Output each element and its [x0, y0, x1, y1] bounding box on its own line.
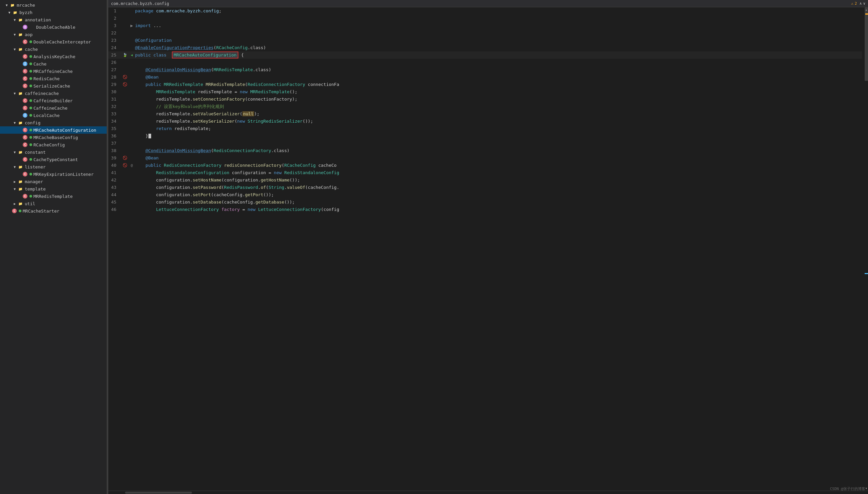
- sidebar-item-doublecacheinterceptor[interactable]: C DoubleCacheInterceptor: [0, 38, 107, 45]
- fold-3: ▶: [128, 22, 135, 30]
- arrow-config[interactable]: ▼: [12, 121, 17, 125]
- line-number-38: 38: [108, 147, 122, 154]
- code-text-34: redisTemplate.setKeySerializer(new Strin…: [135, 118, 862, 125]
- arrow-util[interactable]: ▶: [12, 202, 17, 206]
- badge-cache: [30, 62, 32, 65]
- sidebar-item-mrcacheautoconfig[interactable]: C MRCacheAutoConfiguration: [0, 126, 107, 134]
- folder-icon-manager: 📁: [17, 178, 23, 185]
- arrow-constant[interactable]: ▼: [12, 150, 17, 154]
- code-line-30: 30 MRRedisTemplate redisTemplate = new M…: [108, 88, 862, 96]
- sidebar-item-mrcachebaseconfig[interactable]: C MRCacheBaseConfig: [0, 134, 107, 141]
- sidebar-item-util-folder[interactable]: ▶ 📁 util: [0, 200, 107, 207]
- sidebar-item-caffeinecache-class[interactable]: C CaffeineCache: [0, 104, 107, 112]
- sidebar-item-annotation[interactable]: ▼ 📁 annotation: [0, 16, 107, 23]
- sidebar-item-doublecacheable[interactable]: @ DoubleCacheAble: [0, 23, 107, 31]
- line-number-2: 2: [108, 15, 122, 22]
- line-number-3: 3: [108, 22, 122, 30]
- arrow-cache[interactable]: ▼: [12, 48, 17, 51]
- code-text-42: configuration.setHostName(configuration.…: [135, 176, 862, 184]
- sidebar-item-rediscache[interactable]: C RedisCache: [0, 75, 107, 82]
- badge-akc: [30, 55, 32, 58]
- sidebar-item-template-folder[interactable]: ▼ 📁 template: [0, 185, 107, 192]
- project-sidebar[interactable]: ▼ 📁 mrcache ▼ 📁 byzzh ▼ 📁 annotation @ D…: [0, 0, 107, 494]
- class-icon-cfc: C: [23, 106, 27, 110]
- class-icon-sc: C: [23, 83, 27, 88]
- sidebar-item-manager-folder[interactable]: ▶ 📁 manager: [0, 178, 107, 185]
- sidebar-item-caffeinebuilder[interactable]: C CaffeineBuilder: [0, 97, 107, 104]
- label-config-folder: config: [25, 120, 40, 125]
- class-icon-mrac: C: [23, 128, 27, 132]
- sidebar-item-caffeinecache-folder[interactable]: ▼ 📁 caffeinecache: [0, 90, 107, 97]
- line-number-24: 24: [108, 44, 122, 52]
- label-doublecacheable: DoubleCacheAble: [36, 25, 75, 30]
- arrow-mrcache[interactable]: ▼: [4, 3, 10, 7]
- nav-down-icon[interactable]: ∨: [863, 1, 865, 6]
- line-number-45: 45: [108, 198, 122, 206]
- sidebar-item-constant-folder[interactable]: ▼ 📁 constant: [0, 148, 107, 156]
- code-text-3: import ...: [135, 22, 862, 30]
- line-number-34: 34: [108, 118, 122, 125]
- nav-up-icon[interactable]: ∧: [860, 1, 862, 6]
- editor-scrollbar[interactable]: ▲ ▼: [865, 7, 868, 491]
- arrow-byzzh[interactable]: ▼: [7, 11, 12, 14]
- sidebar-item-mrcachestarter[interactable]: C MRCacheStarter: [0, 207, 107, 214]
- sidebar-item-cachetypeconstant[interactable]: C CacheTypeConstant: [0, 156, 107, 163]
- sidebar-item-cache-folder[interactable]: ▼ 📁 cache: [0, 45, 107, 53]
- label-rcacheconfig: RCacheConfig: [34, 142, 65, 147]
- sidebar-item-mrkeyexpirationlistener[interactable]: C MRKeyExpirationListener: [0, 170, 107, 178]
- sidebar-item-mrredistemplate[interactable]: C MRRedisTemplate: [0, 192, 107, 200]
- line-number-26: 26: [108, 59, 122, 66]
- badge-rc: [30, 77, 32, 80]
- sidebar-item-aop[interactable]: ▼ 📁 aop: [0, 31, 107, 38]
- line-number-37: 37: [108, 140, 122, 147]
- horizontal-scrollbar[interactable]: [108, 491, 868, 494]
- label-constant-folder: constant: [25, 150, 46, 155]
- class-icon-rcc: C: [23, 142, 27, 147]
- code-line-33: 33 redisTemplate.setValueSerializer(null…: [108, 110, 862, 118]
- sidebar-item-serializecache[interactable]: C SerializeCache: [0, 82, 107, 90]
- h-scrollbar-thumb[interactable]: [125, 492, 192, 494]
- code-text-30: MRRedisTemplate redisTemplate = new MRRe…: [135, 88, 862, 96]
- folder-icon-annotation: 📁: [17, 17, 23, 23]
- folder-icon-template: 📁: [17, 186, 23, 192]
- class-icon-mrrt: C: [23, 194, 27, 198]
- code-text-39: @Bean: [135, 154, 862, 162]
- label-mrcachestarter: MRCacheStarter: [23, 209, 59, 213]
- arrow-annotation[interactable]: ▼: [12, 18, 17, 22]
- label-mrredistemplate: MRRedisTemplate: [34, 194, 73, 199]
- class-icon-akc: C: [23, 54, 27, 59]
- scrollbar-thumb[interactable]: [865, 7, 868, 81]
- line-number-1: 1: [108, 7, 122, 15]
- scroll-up-button[interactable]: ▲: [865, 7, 868, 12]
- badge-lc: [30, 114, 32, 117]
- arrow-manager[interactable]: ▶: [12, 180, 17, 184]
- code-text-29: public MRRedisTemplate MRRedisTemplate(R…: [135, 81, 862, 88]
- class-icon-cb: C: [23, 98, 27, 103]
- arrow-listener[interactable]: ▼: [12, 165, 17, 169]
- arrow-aop[interactable]: ▼: [12, 33, 17, 36]
- sidebar-item-analysiskeycache[interactable]: C AnalysisKeyCache: [0, 53, 107, 60]
- code-line-29: 29 🚫 public MRRedisTemplate MRRedisTempl…: [108, 81, 862, 88]
- sidebar-item-mrcache[interactable]: ▼ 📁 mrcache: [0, 1, 107, 9]
- label-localcache: LocalCache: [34, 113, 59, 118]
- sidebar-item-cache-interface[interactable]: I Cache: [0, 60, 107, 68]
- arrow-caffeinecache[interactable]: ▼: [12, 92, 17, 95]
- label-mrkeyexpirationlistener: MRKeyExpirationListener: [34, 172, 94, 177]
- label-cache-folder: cache: [25, 47, 38, 52]
- code-text-27: @ConditionalOnMissingBean(MRRedisTemplat…: [135, 66, 862, 74]
- code-line-26: 26: [108, 59, 862, 66]
- sidebar-item-rcacheconfig[interactable]: C RCacheConfig: [0, 141, 107, 148]
- arrow-template[interactable]: ▼: [12, 187, 17, 191]
- sidebar-item-listener-folder[interactable]: ▼ 📁 listener: [0, 163, 107, 170]
- interface-icon-cache: I: [23, 61, 27, 66]
- gutter-25a: 🍃: [122, 52, 128, 59]
- code-editor[interactable]: 1 package com.mrcache.byzzh.config; 2 3 …: [108, 7, 865, 491]
- line-number-35: 35: [108, 125, 122, 132]
- gutter-29: 🚫: [122, 81, 128, 88]
- sidebar-item-mrcaffeinecache[interactable]: C MRCaffeineCache: [0, 68, 107, 75]
- class-icon-mrcs: C: [12, 209, 17, 213]
- label-mrcache: mrcache: [17, 3, 35, 8]
- sidebar-item-config-folder[interactable]: ▼ 📁 config: [0, 119, 107, 126]
- sidebar-item-byzzh[interactable]: ▼ 📁 byzzh: [0, 9, 107, 16]
- sidebar-item-localcache[interactable]: I LocalCache: [0, 112, 107, 119]
